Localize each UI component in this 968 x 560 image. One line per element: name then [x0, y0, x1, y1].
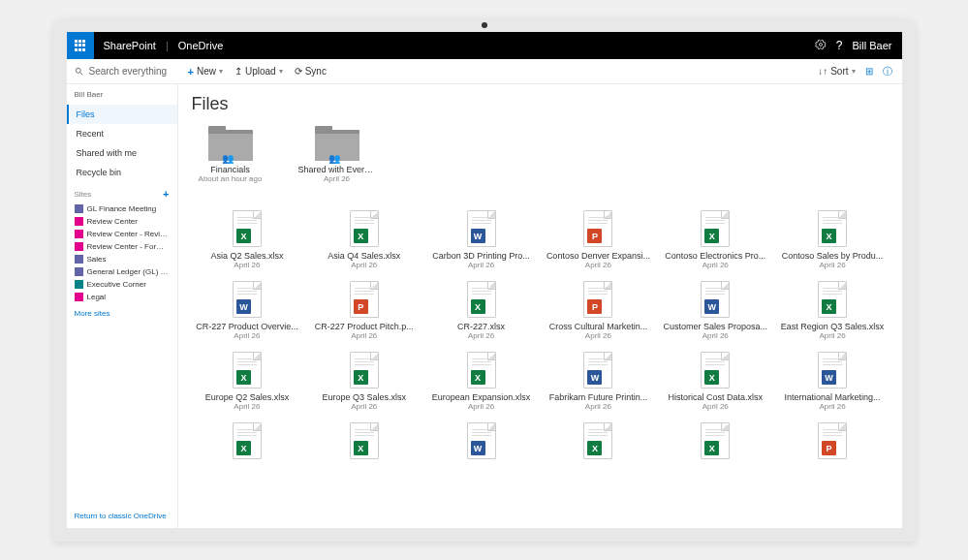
- file-icon: X: [350, 422, 379, 459]
- file-item[interactable]: X: [543, 420, 654, 465]
- file-date: April 26: [662, 261, 769, 269]
- file-item[interactable]: XEuropean Expansion.xlsxApril 26: [425, 350, 537, 413]
- file-icon: X: [467, 352, 496, 389]
- file-date: April 26: [427, 402, 535, 411]
- ppt-icon: P: [587, 299, 602, 314]
- sync-icon: ⟳: [295, 66, 302, 77]
- file-icon: W: [467, 422, 496, 459]
- file-item[interactable]: XEurope Q3 Sales.xlsxApril 26: [308, 350, 420, 413]
- file-item[interactable]: PCross Cultural Marketin...April 26: [543, 279, 654, 342]
- help-icon[interactable]: ?: [836, 39, 843, 52]
- file-item[interactable]: XAsia Q4 Sales.xlsxApril 26: [308, 208, 420, 271]
- settings-icon[interactable]: [815, 39, 827, 52]
- file-date: April 26: [310, 331, 418, 340]
- site-label: General Ledger (GL) Curre...: [87, 267, 170, 276]
- file-name: Contoso Sales by Produ...: [779, 251, 887, 261]
- chevron-down-icon: ▾: [219, 67, 223, 76]
- file-item[interactable]: X: [192, 420, 303, 465]
- classic-link[interactable]: Return to classic OneDrive: [67, 504, 177, 528]
- folder-item[interactable]: 👥FinancialsAbout an hour ago: [192, 126, 269, 183]
- view-tiles-icon[interactable]: ⊞: [865, 66, 873, 77]
- info-icon[interactable]: ⓘ: [883, 65, 892, 78]
- site-item[interactable]: GL Finance Meeting: [67, 202, 177, 215]
- excel-icon: X: [354, 229, 368, 243]
- nav-files[interactable]: Files: [67, 105, 177, 124]
- site-item[interactable]: Review Center - Review Ite...: [67, 228, 177, 240]
- file-icon: W: [583, 352, 612, 389]
- file-item[interactable]: P: [777, 420, 889, 465]
- folder-item[interactable]: 👥Shared with EveryoneApril 26: [298, 126, 376, 183]
- nav-recycle-bin[interactable]: Recycle bin: [67, 163, 177, 182]
- file-icon: P: [583, 281, 612, 318]
- add-site-icon[interactable]: +: [163, 188, 169, 200]
- file-item[interactable]: XContoso Sales by Produ...April 26: [777, 208, 889, 271]
- file-name: European Expansion.xlsx: [427, 392, 535, 402]
- site-label: Review Center - Review Ite...: [87, 230, 170, 238]
- site-item[interactable]: Sales: [67, 253, 177, 265]
- file-icon: P: [350, 281, 379, 318]
- word-icon: W: [704, 299, 719, 314]
- file-item[interactable]: X: [660, 420, 771, 465]
- excel-icon: X: [704, 441, 719, 455]
- site-item[interactable]: Legal: [67, 291, 177, 303]
- site-item[interactable]: Executive Corner: [67, 278, 177, 291]
- app-name-sharepoint[interactable]: SharePoint: [94, 40, 166, 51]
- site-item[interactable]: Review Center: [67, 215, 177, 228]
- more-sites-link[interactable]: More sites: [67, 303, 177, 324]
- file-item[interactable]: PContoso Denver Expansi...April 26: [543, 208, 654, 271]
- main-content: Files 👥FinancialsAbout an hour ago👥Share…: [178, 84, 902, 528]
- file-name: Fabrikam Future Printin...: [545, 392, 652, 402]
- file-name: Cross Cultural Marketin...: [545, 322, 652, 331]
- file-item[interactable]: WCustomer Sales Proposa...April 26: [660, 279, 771, 342]
- folder-date: About an hour ago: [192, 174, 269, 183]
- file-item[interactable]: XHistorical Cost Data.xlsxApril 26: [660, 350, 771, 413]
- plus-icon: +: [188, 66, 194, 78]
- site-item[interactable]: Review Center - Form Tem...: [67, 240, 177, 253]
- file-item[interactable]: XAsia Q2 Sales.xlsxApril 26: [192, 208, 303, 271]
- file-item[interactable]: PCR-227 Product Pitch.p...April 26: [308, 279, 420, 342]
- nav-recent[interactable]: Recent: [67, 124, 177, 143]
- file-icon: X: [583, 422, 612, 459]
- file-item[interactable]: XEurope Q2 Sales.xlsxApril 26: [192, 350, 303, 413]
- file-item[interactable]: WCarbon 3D Printing Pro...April 26: [425, 208, 537, 271]
- site-color-icon: [75, 280, 83, 289]
- word-icon: W: [587, 370, 602, 385]
- file-date: April 26: [662, 331, 769, 340]
- file-item[interactable]: WCR-227 Product Overvie...April 26: [192, 279, 303, 342]
- site-color-icon: [75, 230, 83, 238]
- sort-button[interactable]: ↓↑Sort▾: [818, 66, 855, 77]
- sync-button[interactable]: ⟳Sync: [295, 66, 327, 77]
- new-button[interactable]: +New▾: [188, 66, 223, 78]
- nav-shared-with-me[interactable]: Shared with me: [67, 143, 177, 163]
- file-date: April 26: [545, 331, 652, 340]
- file-icon: W: [467, 210, 496, 247]
- shared-icon: 👥: [328, 153, 340, 164]
- ppt-icon: P: [822, 441, 836, 455]
- app-launcher[interactable]: [67, 32, 94, 59]
- excel-icon: X: [236, 229, 251, 243]
- file-date: April 26: [779, 331, 887, 340]
- excel-icon: X: [587, 441, 602, 455]
- file-item[interactable]: WFabrikam Future Printin...April 26: [543, 350, 654, 413]
- page-title: Files: [192, 94, 889, 114]
- file-item[interactable]: WInternational Marketing...April 26: [777, 350, 889, 413]
- file-item[interactable]: X: [308, 420, 420, 465]
- app-name-onedrive[interactable]: OneDrive: [169, 40, 233, 51]
- file-item[interactable]: XCR-227.xlsxApril 26: [425, 279, 537, 342]
- user-name[interactable]: Bill Baer: [853, 40, 892, 51]
- upload-button[interactable]: ↥Upload▾: [234, 66, 283, 77]
- file-icon: W: [233, 281, 262, 318]
- file-name: CR-227 Product Overvie...: [194, 322, 301, 331]
- site-item[interactable]: General Ledger (GL) Curre...: [67, 265, 177, 278]
- file-icon: X: [233, 422, 262, 459]
- file-item[interactable]: XContoso Electronics Pro...April 26: [660, 208, 771, 271]
- site-color-icon: [75, 242, 83, 251]
- search-placeholder: Search everything: [89, 66, 168, 77]
- file-item[interactable]: XEast Region Q3 Sales.xlsxApril 26: [777, 279, 889, 342]
- excel-icon: X: [471, 370, 485, 385]
- site-color-icon: [75, 217, 83, 226]
- excel-icon: X: [236, 370, 251, 385]
- file-item[interactable]: W: [425, 420, 537, 465]
- file-icon: W: [818, 352, 847, 389]
- search-box[interactable]: Search everything: [67, 66, 178, 77]
